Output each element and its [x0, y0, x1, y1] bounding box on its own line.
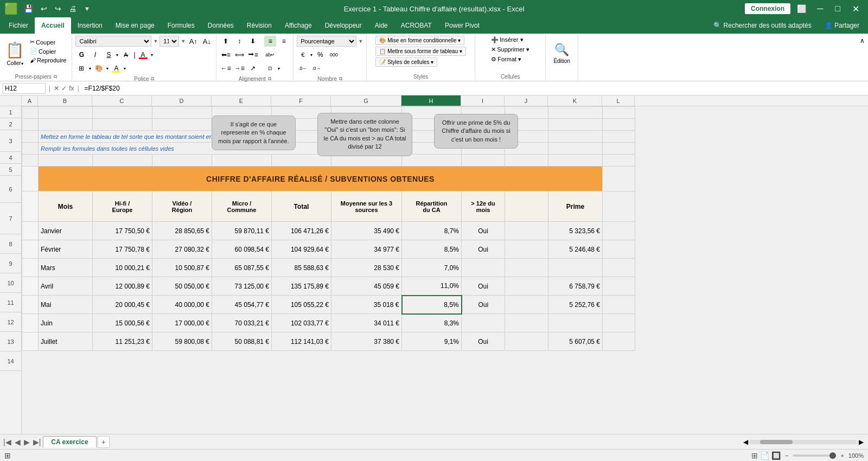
- cell-e12[interactable]: 45 054,77 €: [212, 296, 272, 314]
- wrap-text-button[interactable]: ab↵: [264, 49, 276, 60]
- strikethrough-button[interactable]: A̶: [120, 49, 132, 60]
- cell-k3[interactable]: [548, 131, 603, 143]
- cell-d2[interactable]: [152, 119, 212, 131]
- cell-a4[interactable]: [22, 143, 39, 155]
- cell-d10[interactable]: 10 500,87 €: [152, 259, 212, 277]
- decrease-decimal-button[interactable]: .0←: [297, 63, 309, 74]
- col-header-a[interactable]: A: [22, 95, 38, 106]
- cell-d5[interactable]: [152, 155, 212, 167]
- cell-i10[interactable]: [462, 259, 505, 277]
- cell-h12-selected[interactable]: 8,5%: [402, 296, 462, 314]
- reproduire-button[interactable]: 🖌 Reproduire: [28, 56, 68, 64]
- tab-mise-en-page[interactable]: Mise en page: [109, 17, 161, 34]
- cell-l3[interactable]: [603, 131, 635, 143]
- cell-h8[interactable]: 8,7%: [402, 222, 462, 240]
- col-header-i[interactable]: I: [461, 95, 505, 106]
- edition-button[interactable]: 🔍 Édition: [551, 36, 573, 71]
- cell-k8[interactable]: 5 323,56 €: [548, 222, 603, 240]
- supprimer-button[interactable]: ✕ Supprimer ▾: [489, 46, 532, 54]
- cell-k12[interactable]: 5 252,76 €: [548, 296, 603, 314]
- col-header-c[interactable]: C: [92, 95, 152, 106]
- cell-d1[interactable]: [152, 107, 212, 119]
- cell-e10[interactable]: 65 087,55 €: [212, 259, 272, 277]
- tab-fichier[interactable]: Fichier: [2, 17, 35, 34]
- cell-l10[interactable]: [603, 259, 635, 277]
- cell-b9[interactable]: Février: [39, 240, 93, 259]
- scroll-last-icon[interactable]: ▶|: [32, 437, 42, 447]
- row-num-5[interactable]: 5: [0, 164, 21, 176]
- cell-a7[interactable]: [22, 191, 39, 222]
- cell-b12[interactable]: Mai: [39, 296, 93, 314]
- inserer-button[interactable]: ➕ Insérer ▾: [489, 36, 525, 44]
- cell-f10[interactable]: 85 588,63 €: [272, 259, 331, 277]
- presse-papiers-expand-icon[interactable]: ⧉: [54, 74, 57, 80]
- cell-f14[interactable]: 112 141,03 €: [272, 332, 331, 351]
- row-num-2[interactable]: 2: [0, 118, 21, 130]
- cell-b14[interactable]: Juillet: [39, 332, 93, 351]
- row-num-13[interactable]: 13: [0, 332, 21, 351]
- row-num-9[interactable]: 9: [0, 254, 21, 273]
- italic-button[interactable]: I: [89, 49, 101, 60]
- cell-k13[interactable]: [548, 314, 603, 332]
- cell-a1[interactable]: [22, 107, 39, 119]
- sheet-tab-ca-exercice[interactable]: CA exercice: [43, 436, 96, 447]
- tab-aide[interactable]: Aide: [368, 17, 394, 34]
- zoom-thumb[interactable]: [829, 452, 836, 459]
- cell-a14[interactable]: [22, 332, 39, 351]
- cell-f12[interactable]: 105 055,22 €: [272, 296, 331, 314]
- cell-j9[interactable]: [505, 240, 548, 259]
- col-header-l[interactable]: L: [602, 95, 635, 106]
- cell-b13[interactable]: Juin: [39, 314, 93, 332]
- align-middle-button[interactable]: ↕: [233, 36, 245, 47]
- undo-icon[interactable]: ↩: [39, 3, 49, 14]
- cell-f9[interactable]: 104 929,64 €: [272, 240, 331, 259]
- cell-a8[interactable]: [22, 222, 39, 240]
- minimize-button[interactable]: ─: [813, 0, 827, 17]
- row-num-10[interactable]: 10: [0, 273, 21, 293]
- col-header-micro[interactable]: Micro /Commune: [212, 191, 272, 222]
- zoom-slider[interactable]: [793, 454, 836, 457]
- cell-j5[interactable]: [505, 155, 548, 167]
- cell-i8[interactable]: Oui: [462, 222, 505, 240]
- cell-l5[interactable]: [603, 155, 635, 167]
- cell-j12[interactable]: [505, 296, 548, 314]
- cell-d14[interactable]: 59 800,08 €: [152, 332, 212, 351]
- cell-c1[interactable]: [93, 107, 152, 119]
- cell-c11[interactable]: 12 000,89 €: [93, 277, 152, 296]
- confirm-formula-icon[interactable]: ✓: [61, 85, 67, 92]
- tab-revision[interactable]: Révision: [240, 17, 278, 34]
- col-header-douzieme[interactable]: > 12e dumois: [462, 191, 505, 222]
- normal-view-button[interactable]: ⊞: [751, 451, 758, 460]
- borders-button[interactable]: ⊞: [75, 63, 87, 74]
- alignement-expand-icon[interactable]: ⧉: [268, 76, 271, 82]
- cell-c9[interactable]: 17 750,78 €: [93, 240, 152, 259]
- scroll-next-icon[interactable]: ▶: [23, 437, 31, 447]
- thousands-button[interactable]: 000: [328, 49, 340, 60]
- col-header-j[interactable]: J: [505, 95, 548, 106]
- cell-i13[interactable]: [462, 314, 505, 332]
- cell-a11[interactable]: [22, 277, 39, 296]
- decrease-indent-button[interactable]: ←≡: [220, 63, 232, 74]
- cell-d11[interactable]: 50 050,00 €: [152, 277, 212, 296]
- conditional-format-button[interactable]: 🎨 Mise en forme conditionnelle ▾: [375, 36, 464, 45]
- cell-g5[interactable]: [331, 155, 402, 167]
- tab-donnees[interactable]: Données: [201, 17, 240, 34]
- tab-accueil[interactable]: Accueil: [35, 17, 71, 34]
- cell-b8[interactable]: Janvier: [39, 222, 93, 240]
- font-name-select[interactable]: Calibri: [75, 36, 151, 47]
- cell-i11[interactable]: Oui: [462, 277, 505, 296]
- zoom-plus-icon[interactable]: +: [840, 452, 844, 459]
- cell-e9[interactable]: 60 098,54 €: [212, 240, 272, 259]
- col-header-d[interactable]: D: [152, 95, 212, 106]
- couper-button[interactable]: ✂ Couper: [28, 38, 68, 46]
- cell-b11[interactable]: Avril: [39, 277, 93, 296]
- cell-j10[interactable]: [505, 259, 548, 277]
- font-size-select[interactable]: 11: [159, 36, 179, 47]
- cell-a12[interactable]: [22, 296, 39, 314]
- copier-button[interactable]: 📄 Copier: [28, 47, 68, 55]
- row-num-3[interactable]: 3: [0, 130, 21, 152]
- tab-partager[interactable]: 👤 Partager: [818, 17, 866, 34]
- cell-k1[interactable]: [548, 107, 603, 119]
- collapse-ribbon-button[interactable]: ∧: [857, 35, 868, 81]
- cell-k11[interactable]: 6 758,79 €: [548, 277, 603, 296]
